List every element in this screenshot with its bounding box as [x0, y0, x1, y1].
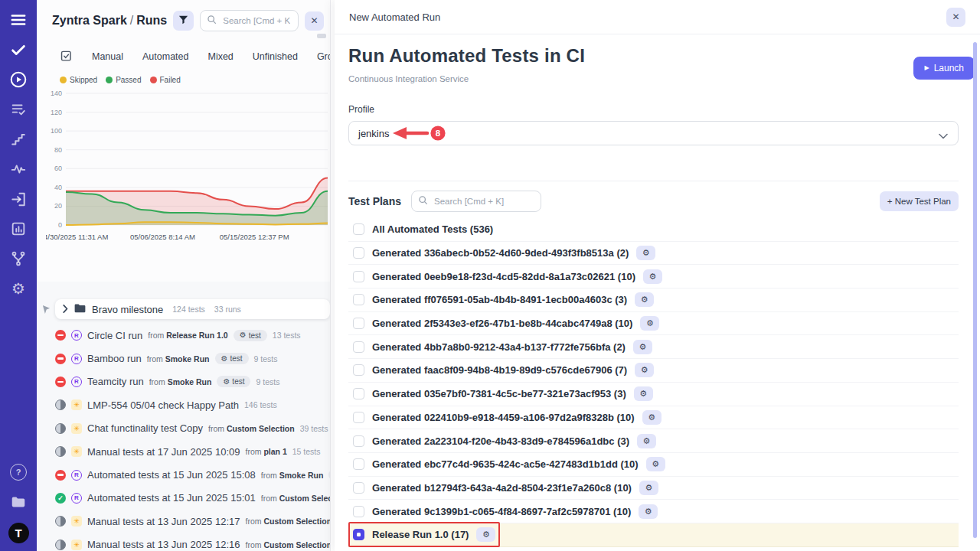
test-plan-row[interactable]: Generated ff076591-05ab-4b4b-8491-1ecb00… — [348, 289, 959, 312]
projects-folder-icon[interactable] — [9, 493, 28, 511]
test-plan-checkbox[interactable] — [353, 364, 364, 376]
test-plan-row[interactable]: Generated ebc77c4d-9635-424c-ac5e-427483… — [348, 453, 959, 477]
test-plan-checkbox[interactable] — [353, 247, 364, 259]
progress-steps-icon[interactable] — [9, 130, 28, 148]
gear-icon: ⚙ — [482, 530, 490, 540]
test-plan-row[interactable]: Generated faac8f09-94b8-4b19-89d9-c576cd… — [348, 359, 959, 383]
runs-icon[interactable] — [9, 70, 28, 89]
test-plan-row[interactable]: Generated 035e7bf0-7381-4c5c-be77-321e73… — [348, 383, 959, 406]
test-plan-checkbox[interactable] — [353, 529, 364, 540]
test-tag-chip[interactable]: ⚙test — [215, 353, 249, 364]
funnel-icon — [178, 14, 189, 28]
tab-groups[interactable]: Groups — [317, 51, 331, 62]
tasks-icon[interactable] — [9, 41, 28, 59]
filter-button[interactable] — [173, 11, 194, 31]
plan-settings-button[interactable]: ⚙ — [476, 527, 495, 542]
gear-icon: ⚙ — [649, 272, 657, 282]
profile-select[interactable]: jenkins 8 — [348, 121, 959, 145]
test-plan-row[interactable]: Generated 0eeb9e18-f23d-4cd5-82dd-8a1a73… — [348, 265, 959, 289]
test-plan-checkbox[interactable] — [353, 435, 364, 447]
run-row[interactable]: RCircle CI runfrom Release Run 1.0⚙test1… — [37, 324, 330, 347]
app-logo[interactable]: T — [8, 523, 29, 543]
test-plan-row[interactable]: Generated 2f5343e3-ef26-47b1-be8b-44cabc… — [348, 312, 959, 336]
plan-settings-button[interactable]: ⚙ — [635, 363, 654, 377]
legend-label: Failed — [160, 76, 181, 84]
breadcrumb-project[interactable]: Zyntra Spark — [52, 14, 127, 27]
test-plan-checkbox[interactable] — [353, 412, 364, 423]
reports-icon[interactable] — [9, 220, 28, 238]
test-plan-row[interactable]: Generated 9c1399b1-c065-4f84-8697-7af2c5… — [348, 500, 959, 523]
settings-icon[interactable]: ⚙ — [9, 279, 28, 298]
test-plan-checkbox[interactable] — [353, 294, 364, 305]
test-plan-checkbox[interactable] — [353, 482, 364, 494]
test-plan-row[interactable]: Generated 336abecb-0b52-4d60-9ded-493f3f… — [348, 242, 959, 266]
test-plan-label: Generated 2f5343e3-ef26-47b1-be8b-44cabc… — [372, 318, 632, 329]
branches-icon[interactable] — [9, 249, 28, 268]
manual-run-icon: ✳ — [71, 516, 82, 527]
test-plan-row[interactable]: Generated 022410b9-e918-4459-a106-97d2a9… — [348, 406, 959, 430]
plan-settings-button[interactable]: ⚙ — [643, 269, 662, 284]
run-row[interactable]: ✳Chat functinality test Copyfrom Custom … — [37, 417, 330, 440]
run-row[interactable]: RAutomated tests at 15 Jun 2025 15:08fro… — [37, 463, 330, 486]
run-row[interactable]: RBamboo runfrom Smoke Run⚙test9 tests — [37, 347, 330, 370]
tab-automated[interactable]: Automated — [142, 51, 188, 62]
test-plan-row[interactable]: Generated e891c41f-8039-4e64-aa24-e0d56e… — [348, 547, 959, 551]
tab-unfinished[interactable]: Unfinished — [253, 51, 298, 62]
test-plan-checkbox[interactable] — [353, 223, 364, 235]
milestone-row[interactable]: Bravo milestone 124 tests 33 runs — [55, 299, 330, 319]
runs-search-input[interactable] — [221, 15, 292, 26]
tab-manual[interactable]: Manual — [92, 51, 123, 62]
plan-settings-button[interactable]: ⚙ — [639, 481, 658, 495]
select-all-icon[interactable] — [60, 49, 73, 64]
new-test-plan-button[interactable]: + New Test Plan — [880, 191, 959, 211]
run-row[interactable]: ✳Manual tests at 13 Jun 2025 12:16from C… — [37, 533, 330, 551]
panel-close-button[interactable]: ✕ — [305, 11, 324, 31]
legend-label: Passed — [116, 76, 141, 84]
chart-legend: SkippedPassedFailed — [60, 76, 330, 84]
test-tag-chip[interactable]: ⚙test — [217, 376, 250, 387]
chevron-right-icon[interactable] — [63, 302, 68, 316]
menu-icon[interactable] — [9, 11, 28, 29]
plan-settings-button[interactable]: ⚙ — [639, 504, 658, 519]
modal-close-button[interactable]: ✕ — [946, 8, 965, 27]
plan-settings-button[interactable]: ⚙ — [636, 246, 655, 260]
test-plan-checkbox[interactable] — [353, 506, 364, 517]
run-title: Automated tests at 15 Jun 2025 15:01 — [87, 492, 256, 504]
help-icon[interactable]: ? — [9, 463, 28, 481]
test-plan-checkbox[interactable] — [353, 341, 364, 353]
test-tag-chip[interactable]: ⚙test — [328, 469, 330, 481]
test-plan-checkbox[interactable] — [353, 458, 364, 470]
launch-button[interactable]: ▶ Launch — [913, 57, 975, 80]
failed-status-icon — [55, 354, 66, 364]
run-row[interactable]: ✳LMP-554 05/04 check Happy Path146 tests — [37, 393, 330, 416]
profile-value: jenkins — [358, 128, 389, 139]
plan-settings-button[interactable]: ⚙ — [646, 457, 665, 471]
test-plan-row[interactable]: Release Run 1.0 (17)⚙ — [348, 523, 959, 547]
test-plans-icon[interactable] — [9, 100, 28, 119]
plan-settings-button[interactable]: ⚙ — [634, 386, 653, 401]
plan-settings-button[interactable]: ⚙ — [640, 316, 659, 331]
test-plan-checkbox[interactable] — [353, 271, 364, 282]
test-plan-checkbox[interactable] — [353, 318, 364, 329]
plan-settings-button[interactable]: ⚙ — [637, 434, 656, 448]
test-plan-row[interactable]: All Automated Tests (536) — [348, 218, 959, 242]
modal-scrollbar[interactable] — [973, 42, 977, 538]
run-row[interactable]: ✳Manual tests at 17 Jun 2025 10:09from p… — [37, 440, 330, 463]
test-plan-row[interactable]: Generated b12794f3-643a-4a2d-8504-23f1e7… — [348, 477, 959, 500]
test-plan-row[interactable]: Generated 2a223104-f20e-4b43-83d9-e78459… — [348, 429, 959, 453]
tab-mixed[interactable]: Mixed — [207, 51, 233, 62]
test-plan-label: Generated ff076591-05ab-4b4b-8491-1ecb00… — [372, 294, 627, 305]
activity-icon[interactable] — [9, 160, 28, 178]
plan-settings-button[interactable]: ⚙ — [642, 410, 662, 425]
plan-settings-button[interactable]: ⚙ — [635, 292, 654, 307]
test-plans-search-input[interactable] — [433, 196, 534, 207]
test-plan-checkbox[interactable] — [353, 388, 364, 399]
plan-settings-button[interactable]: ⚙ — [633, 340, 652, 354]
import-icon[interactable] — [9, 190, 28, 208]
chevron-down-icon — [939, 130, 948, 142]
run-row[interactable]: ✳Manual tests at 13 Jun 2025 12:17from C… — [37, 510, 330, 533]
run-row[interactable]: ✓RAutomated tests at 15 Jun 2025 15:01fr… — [37, 487, 330, 510]
test-plan-row[interactable]: Generated 4bb7a8b0-9212-43a4-b137-f772fe… — [348, 335, 959, 359]
run-row[interactable]: RTeamcity runfrom Smoke Run⚙test9 tests — [37, 370, 330, 393]
test-tag-chip[interactable]: ⚙test — [234, 330, 267, 341]
